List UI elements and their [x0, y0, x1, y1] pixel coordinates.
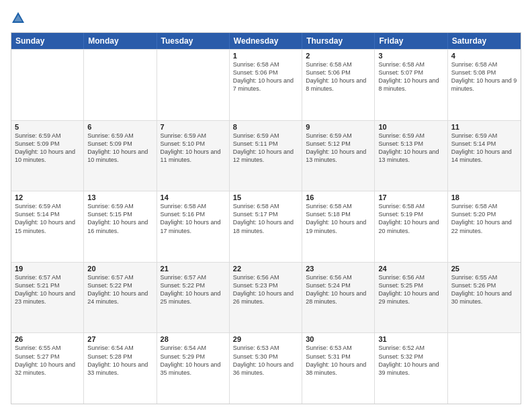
day-number: 9	[306, 123, 371, 131]
calendar-cell: 23Sunrise: 6:56 AM Sunset: 5:24 PM Dayli…	[302, 263, 375, 333]
day-number: 14	[161, 193, 226, 201]
day-info: Sunrise: 6:56 AM Sunset: 5:25 PM Dayligh…	[378, 273, 443, 306]
day-number: 5	[15, 123, 80, 131]
calendar-cell: 11Sunrise: 6:59 AM Sunset: 5:14 PM Dayli…	[448, 121, 521, 191]
logo	[11, 11, 28, 26]
calendar-cell: 1Sunrise: 6:58 AM Sunset: 5:06 PM Daylig…	[230, 50, 302, 120]
calendar-row: 5Sunrise: 6:59 AM Sunset: 5:09 PM Daylig…	[11, 120, 521, 191]
calendar-header-cell: Saturday	[448, 33, 521, 49]
calendar-cell: 3Sunrise: 6:58 AM Sunset: 5:07 PM Daylig…	[375, 50, 447, 120]
calendar-cell	[11, 50, 84, 120]
calendar-header-cell: Friday	[375, 33, 447, 49]
calendar-header-cell: Wednesday	[230, 33, 302, 49]
calendar-header-cell: Sunday	[11, 33, 84, 49]
calendar: SundayMondayTuesdayWednesdayThursdayFrid…	[11, 32, 521, 404]
calendar-row: 26Sunrise: 6:55 AM Sunset: 5:27 PM Dayli…	[11, 332, 521, 404]
calendar-row: 19Sunrise: 6:57 AM Sunset: 5:21 PM Dayli…	[11, 262, 521, 333]
day-info: Sunrise: 6:58 AM Sunset: 5:08 PM Dayligh…	[451, 60, 517, 93]
calendar-cell	[448, 333, 521, 404]
day-number: 19	[15, 265, 80, 273]
calendar-header-cell: Tuesday	[157, 33, 230, 49]
day-info: Sunrise: 6:59 AM Sunset: 5:13 PM Dayligh…	[378, 132, 443, 165]
day-number: 17	[378, 193, 443, 201]
calendar-cell	[157, 50, 230, 120]
day-number: 20	[87, 265, 152, 273]
day-info: Sunrise: 6:59 AM Sunset: 5:09 PM Dayligh…	[87, 132, 152, 165]
day-info: Sunrise: 6:59 AM Sunset: 5:11 PM Dayligh…	[233, 132, 298, 165]
day-info: Sunrise: 6:59 AM Sunset: 5:12 PM Dayligh…	[306, 132, 371, 165]
calendar-cell: 18Sunrise: 6:58 AM Sunset: 5:20 PM Dayli…	[448, 191, 521, 262]
page: SundayMondayTuesdayWednesdayThursdayFrid…	[0, 0, 532, 411]
day-number: 29	[233, 335, 298, 343]
day-info: Sunrise: 6:58 AM Sunset: 5:06 PM Dayligh…	[233, 60, 298, 93]
calendar-cell: 8Sunrise: 6:59 AM Sunset: 5:11 PM Daylig…	[230, 121, 302, 191]
calendar-header-row: SundayMondayTuesdayWednesdayThursdayFrid…	[11, 33, 521, 49]
day-info: Sunrise: 6:58 AM Sunset: 5:17 PM Dayligh…	[233, 202, 298, 235]
calendar-cell: 15Sunrise: 6:58 AM Sunset: 5:17 PM Dayli…	[230, 191, 302, 262]
day-info: Sunrise: 6:58 AM Sunset: 5:06 PM Dayligh…	[306, 60, 371, 93]
logo-icon	[11, 11, 26, 26]
day-number: 30	[306, 335, 371, 343]
day-info: Sunrise: 6:56 AM Sunset: 5:24 PM Dayligh…	[306, 273, 371, 306]
day-info: Sunrise: 6:58 AM Sunset: 5:18 PM Dayligh…	[306, 202, 371, 235]
day-number: 6	[87, 123, 152, 131]
calendar-header-cell: Thursday	[302, 33, 375, 49]
day-number: 25	[451, 265, 517, 273]
day-info: Sunrise: 6:57 AM Sunset: 5:22 PM Dayligh…	[161, 273, 226, 306]
day-info: Sunrise: 6:59 AM Sunset: 5:15 PM Dayligh…	[87, 202, 152, 235]
calendar-cell: 10Sunrise: 6:59 AM Sunset: 5:13 PM Dayli…	[375, 121, 447, 191]
calendar-cell	[84, 50, 157, 120]
day-number: 2	[306, 52, 371, 60]
day-info: Sunrise: 6:52 AM Sunset: 5:32 PM Dayligh…	[378, 344, 443, 377]
calendar-cell: 16Sunrise: 6:58 AM Sunset: 5:18 PM Dayli…	[302, 191, 375, 262]
day-number: 27	[87, 335, 152, 343]
day-info: Sunrise: 6:58 AM Sunset: 5:07 PM Dayligh…	[378, 60, 443, 93]
calendar-cell: 27Sunrise: 6:54 AM Sunset: 5:28 PM Dayli…	[84, 333, 157, 404]
day-number: 31	[378, 335, 443, 343]
calendar-cell: 28Sunrise: 6:54 AM Sunset: 5:29 PM Dayli…	[157, 333, 230, 404]
calendar-cell: 30Sunrise: 6:53 AM Sunset: 5:31 PM Dayli…	[302, 333, 375, 404]
day-info: Sunrise: 6:53 AM Sunset: 5:31 PM Dayligh…	[306, 344, 371, 377]
calendar-cell: 14Sunrise: 6:58 AM Sunset: 5:16 PM Dayli…	[157, 191, 230, 262]
day-info: Sunrise: 6:59 AM Sunset: 5:10 PM Dayligh…	[161, 132, 226, 165]
calendar-cell: 7Sunrise: 6:59 AM Sunset: 5:10 PM Daylig…	[157, 121, 230, 191]
calendar-cell: 24Sunrise: 6:56 AM Sunset: 5:25 PM Dayli…	[375, 263, 447, 333]
day-number: 12	[15, 193, 80, 201]
day-info: Sunrise: 6:54 AM Sunset: 5:28 PM Dayligh…	[87, 344, 152, 377]
calendar-cell: 12Sunrise: 6:59 AM Sunset: 5:14 PM Dayli…	[11, 191, 84, 262]
calendar-row: 12Sunrise: 6:59 AM Sunset: 5:14 PM Dayli…	[11, 191, 521, 262]
day-info: Sunrise: 6:57 AM Sunset: 5:22 PM Dayligh…	[87, 273, 152, 306]
day-number: 18	[451, 193, 517, 201]
day-info: Sunrise: 6:58 AM Sunset: 5:19 PM Dayligh…	[378, 202, 443, 235]
calendar-cell: 9Sunrise: 6:59 AM Sunset: 5:12 PM Daylig…	[302, 121, 375, 191]
calendar-cell: 22Sunrise: 6:56 AM Sunset: 5:23 PM Dayli…	[230, 263, 302, 333]
day-number: 3	[378, 52, 443, 60]
calendar-cell: 2Sunrise: 6:58 AM Sunset: 5:06 PM Daylig…	[302, 50, 375, 120]
day-info: Sunrise: 6:55 AM Sunset: 5:26 PM Dayligh…	[451, 273, 517, 306]
calendar-body: 1Sunrise: 6:58 AM Sunset: 5:06 PM Daylig…	[11, 49, 521, 404]
header	[11, 11, 521, 26]
calendar-cell: 29Sunrise: 6:53 AM Sunset: 5:30 PM Dayli…	[230, 333, 302, 404]
calendar-cell: 31Sunrise: 6:52 AM Sunset: 5:32 PM Dayli…	[375, 333, 447, 404]
day-number: 15	[233, 193, 298, 201]
day-info: Sunrise: 6:55 AM Sunset: 5:27 PM Dayligh…	[15, 344, 80, 377]
calendar-row: 1Sunrise: 6:58 AM Sunset: 5:06 PM Daylig…	[11, 49, 521, 120]
day-info: Sunrise: 6:58 AM Sunset: 5:16 PM Dayligh…	[161, 202, 226, 235]
day-number: 10	[378, 123, 443, 131]
day-number: 16	[306, 193, 371, 201]
day-number: 23	[306, 265, 371, 273]
day-info: Sunrise: 6:59 AM Sunset: 5:14 PM Dayligh…	[15, 202, 80, 235]
day-number: 13	[87, 193, 152, 201]
day-info: Sunrise: 6:54 AM Sunset: 5:29 PM Dayligh…	[161, 344, 226, 377]
day-number: 24	[378, 265, 443, 273]
day-info: Sunrise: 6:58 AM Sunset: 5:20 PM Dayligh…	[451, 202, 517, 235]
calendar-cell: 17Sunrise: 6:58 AM Sunset: 5:19 PM Dayli…	[375, 191, 447, 262]
calendar-cell: 25Sunrise: 6:55 AM Sunset: 5:26 PM Dayli…	[448, 263, 521, 333]
day-number: 28	[161, 335, 226, 343]
day-info: Sunrise: 6:53 AM Sunset: 5:30 PM Dayligh…	[233, 344, 298, 377]
day-number: 11	[451, 123, 517, 131]
day-number: 26	[15, 335, 80, 343]
calendar-cell: 6Sunrise: 6:59 AM Sunset: 5:09 PM Daylig…	[84, 121, 157, 191]
day-number: 7	[161, 123, 226, 131]
calendar-cell: 5Sunrise: 6:59 AM Sunset: 5:09 PM Daylig…	[11, 121, 84, 191]
